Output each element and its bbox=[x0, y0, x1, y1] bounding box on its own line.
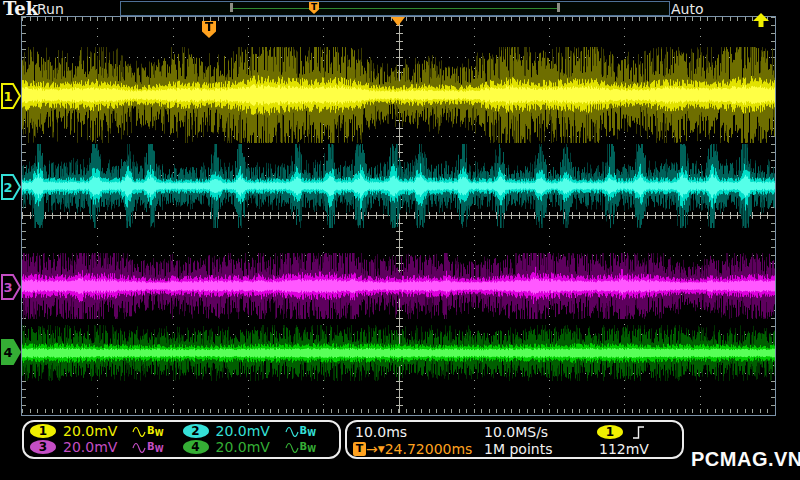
svg-text:3: 3 bbox=[3, 280, 12, 295]
channel-4-coupling-icons: BW bbox=[285, 441, 316, 454]
window-bracket-right bbox=[557, 3, 560, 12]
channel-1-position-marker: 1 bbox=[1, 83, 21, 109]
channel-4-readout: 4 20.0mV BW bbox=[183, 439, 336, 455]
channel-2-badge: 2 bbox=[183, 424, 209, 438]
channel-3-scale: 20.0mV bbox=[63, 439, 125, 455]
channel-1-scale: 20.0mV bbox=[63, 423, 125, 439]
sample-rate: 10.0MS/s bbox=[484, 424, 548, 440]
trigger-slope-rising-icon bbox=[632, 425, 646, 440]
channel-3-readout: 3 20.0mV BW bbox=[30, 439, 183, 455]
ac-coupling-icon bbox=[132, 426, 147, 437]
ac-coupling-icon bbox=[132, 442, 147, 453]
bandwidth-limit-icon: BW bbox=[147, 425, 163, 438]
watermark: PCMAG.VN bbox=[691, 448, 800, 471]
acquisition-preview-bar: T bbox=[120, 1, 670, 16]
channel-readout-panel: 1 20.0mV BW 2 20.0mV BW 3 20.0mV bbox=[22, 420, 341, 459]
channel-1-badge: 1 bbox=[30, 424, 56, 438]
bandwidth-limit-icon: BW bbox=[300, 425, 316, 438]
channel-1-readout: 1 20.0mV BW bbox=[30, 423, 183, 439]
trigger-arrow-icon: → bbox=[366, 441, 378, 457]
trigger-level: 112mV bbox=[599, 441, 649, 457]
channel-4-scale: 20.0mV bbox=[216, 439, 278, 455]
acquisition-status: Run bbox=[37, 1, 64, 17]
trigger-record-marker-icon: T bbox=[309, 2, 319, 14]
bandwidth-limit-icon: BW bbox=[300, 441, 316, 454]
channel-2-coupling-icons: BW bbox=[285, 425, 316, 438]
channel-2-position-marker: 2 bbox=[1, 174, 21, 200]
channel-3-coupling-icons: BW bbox=[132, 441, 163, 454]
channel-2-readout: 2 20.0mV BW bbox=[183, 423, 336, 439]
channel-2-scale: 20.0mV bbox=[216, 423, 278, 439]
ac-coupling-icon bbox=[285, 442, 300, 453]
window-bracket-left bbox=[230, 3, 233, 12]
trigger-delay-readout: T → ▼ 24.72000ms bbox=[353, 441, 472, 457]
record-length: 1M points bbox=[484, 441, 552, 457]
oscilloscope-screen: Tek Run T Auto T 1 2 3 4 1 20.0mV bbox=[0, 0, 800, 480]
trigger-delay-marker-icon: ▼ bbox=[378, 444, 385, 454]
trigger-t-icon: T bbox=[353, 442, 366, 456]
time-per-div: 10.0ms bbox=[355, 424, 407, 440]
waveform-canvas bbox=[22, 17, 775, 413]
svg-text:1: 1 bbox=[3, 89, 12, 104]
channel-3-badge: 3 bbox=[30, 440, 56, 454]
horizontal-trigger-readout-panel: 10.0ms 10.0MS/s 1 T → ▼ 24.72000ms 1M po… bbox=[345, 420, 684, 459]
svg-text:4: 4 bbox=[3, 345, 12, 360]
trigger-level-offscreen-arrow-icon bbox=[753, 13, 770, 28]
channel-4-badge: 4 bbox=[183, 440, 209, 454]
bandwidth-limit-icon: BW bbox=[147, 441, 163, 454]
ac-coupling-icon bbox=[285, 426, 300, 437]
trigger-mode-status: Auto bbox=[671, 1, 704, 17]
channel-3-position-marker: 3 bbox=[1, 274, 21, 300]
trigger-delay-time: 24.72000ms bbox=[385, 441, 473, 457]
channel-1-coupling-icons: BW bbox=[132, 425, 163, 438]
svg-text:2: 2 bbox=[3, 180, 12, 195]
channel-4-position-marker: 4 bbox=[1, 339, 21, 365]
trigger-source-badge: 1 bbox=[597, 425, 623, 439]
expansion-point-icon bbox=[391, 17, 405, 26]
record-waveform-line bbox=[233, 8, 559, 9]
